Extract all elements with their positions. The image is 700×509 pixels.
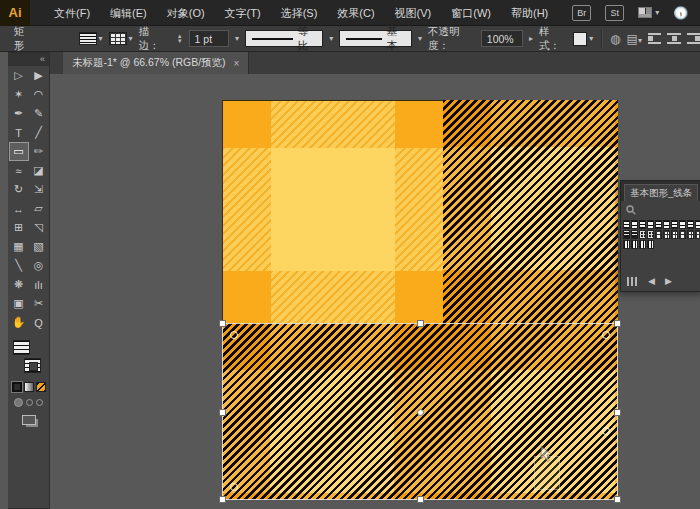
stroke-indicator[interactable] [24, 358, 41, 373]
stock-button[interactable]: St [605, 5, 624, 21]
width-tool[interactable]: ↔ [9, 199, 29, 218]
menu-item[interactable]: 编辑(E) [100, 0, 157, 26]
free-transform-tool[interactable]: ▱ [29, 199, 49, 218]
chevron-down-icon[interactable]: ▾ [418, 34, 422, 43]
pattern-swatch-hl-med[interactable] [679, 220, 686, 229]
pattern-swatch-hl-fine[interactable] [639, 220, 646, 229]
pattern-swatch-hl-med[interactable] [663, 220, 670, 229]
color-button[interactable] [12, 382, 22, 392]
hand-tool[interactable]: ✋ [9, 313, 29, 332]
chevron-right-icon[interactable]: ▸ [529, 34, 533, 43]
fill-stroke-indicator[interactable] [8, 336, 49, 380]
pattern-swatch-dk-h[interactable] [631, 230, 638, 239]
plaid-square[interactable] [222, 100, 443, 323]
panel-collapse-button[interactable]: « [8, 53, 49, 66]
chevron-down-icon[interactable]: ▾ [235, 34, 239, 43]
none-button[interactable] [36, 382, 46, 392]
shape-builder-tool[interactable]: ⊞ [9, 218, 29, 237]
eyedropper-tool[interactable]: ╲ [9, 256, 29, 275]
pattern-swatch-hl-med[interactable] [695, 220, 700, 229]
menu-item[interactable]: 对象(O) [157, 0, 215, 26]
draw-normal-icon[interactable] [14, 398, 23, 407]
symbol-sprayer-tool[interactable]: ❋ [9, 275, 29, 294]
pattern-swatch-hl-fine[interactable] [687, 220, 694, 229]
rotate-tool[interactable]: ↻ [9, 180, 29, 199]
pattern-swatch-vl[interactable] [623, 240, 630, 249]
gradient-tool[interactable]: ▧ [29, 237, 49, 256]
width-profile-dropdown[interactable]: 等比 [245, 30, 323, 47]
pattern-swatch-dk-chk[interactable] [647, 230, 654, 239]
pattern-swatch-hl-fine[interactable] [671, 220, 678, 229]
menu-item[interactable]: 帮助(H) [501, 0, 558, 26]
slice-tool[interactable]: ✂ [29, 294, 49, 313]
document-tab[interactable]: 未标题-1* @ 66.67% (RGB/预览) × [63, 52, 249, 74]
stroke-weight-stepper[interactable]: ▲▼ [177, 34, 183, 44]
pen-tool[interactable]: ✒ [9, 104, 29, 123]
zoom-tool[interactable]: Q [29, 313, 49, 332]
bridge-button[interactable]: Br [572, 5, 591, 21]
align-left-icon[interactable] [648, 33, 661, 44]
style-dropdown[interactable]: ▾ [573, 32, 593, 46]
menu-item[interactable]: 文件(F) [44, 0, 100, 26]
panel-tab[interactable]: 基本图形_线条 [624, 184, 698, 201]
workspace-switcher[interactable]: ▾ [638, 7, 659, 18]
opacity-field[interactable]: 100% [481, 30, 523, 47]
rectangle-tool[interactable]: ▭ [9, 142, 29, 161]
column-graph-tool[interactable]: ılı [29, 275, 49, 294]
menu-item[interactable]: 选择(S) [271, 0, 328, 26]
paintbrush-tool[interactable]: ✏ [29, 142, 49, 161]
pattern-swatch-hl-fine[interactable] [655, 220, 662, 229]
previous-library-icon[interactable]: ◀ [648, 276, 655, 286]
pattern-swatch-chk[interactable] [687, 230, 694, 239]
eraser-tool[interactable]: ◪ [29, 161, 49, 180]
pattern-swatch-chk[interactable] [655, 230, 662, 239]
document-preferences-icon[interactable]: ▤▾ [627, 32, 642, 46]
pattern-swatch-vl[interactable] [631, 240, 638, 249]
pattern-swatch-hl-fine[interactable] [623, 220, 630, 229]
screen-mode-icon[interactable] [22, 415, 36, 425]
blend-tool[interactable]: ◎ [29, 256, 49, 275]
document-setup-icon[interactable]: ◍ [610, 32, 620, 46]
pattern-swatch-vl[interactable] [639, 240, 646, 249]
draw-behind-icon[interactable] [26, 399, 33, 406]
pencil-tool[interactable]: ≈ [9, 161, 29, 180]
chevron-down-icon[interactable]: ▾ [329, 34, 333, 43]
brush-definition-dropdown[interactable]: 基本 [339, 30, 412, 47]
canvas-artwork[interactable] [222, 100, 618, 500]
mesh-tool[interactable]: ▦ [9, 237, 29, 256]
type-tool[interactable]: T [9, 123, 29, 142]
pattern-swatch-chk[interactable] [663, 230, 670, 239]
pattern-swatch-chk[interactable] [671, 230, 678, 239]
menu-item[interactable]: 窗口(W) [441, 0, 501, 26]
curvature-tool[interactable]: ✎ [29, 104, 49, 123]
cs-live-icon[interactable]: 🕠 [673, 6, 688, 20]
scale-tool[interactable]: ⇲ [29, 180, 49, 199]
selection-tool[interactable]: ▶ [29, 66, 49, 85]
pattern-swatch-hl-med[interactable] [631, 220, 638, 229]
magic-wand-tool[interactable]: ✶ [9, 85, 29, 104]
striped-rectangle-top[interactable] [443, 100, 618, 323]
direct-selection-tool[interactable]: ▷ [9, 66, 29, 85]
align-right-icon[interactable] [687, 33, 700, 44]
pattern-swatch-vl[interactable] [647, 240, 654, 249]
stroke-weight-field[interactable]: 1 pt [189, 30, 230, 47]
perspective-grid-tool[interactable]: ◹ [29, 218, 49, 237]
pattern-swatch-dk-chk[interactable] [639, 230, 646, 239]
line-segment-tool[interactable]: ╱ [29, 123, 49, 142]
draw-inside-icon[interactable] [36, 399, 43, 406]
close-icon[interactable]: × [234, 58, 240, 69]
artboard-tool[interactable]: ▣ [9, 294, 29, 313]
gradient-button[interactable] [24, 382, 34, 392]
search-row[interactable] [621, 201, 700, 218]
menu-item[interactable]: 文字(T) [215, 0, 271, 26]
pattern-swatch-hl-med[interactable] [647, 220, 654, 229]
stroke-pattern-dropdown[interactable]: ▾ [109, 32, 133, 45]
menu-item[interactable]: 效果(C) [327, 0, 384, 26]
lasso-tool[interactable]: ◠ [29, 85, 49, 104]
library-menu-icon[interactable] [627, 277, 638, 286]
fill-indicator[interactable] [13, 340, 30, 355]
pattern-swatch-chk[interactable] [679, 230, 686, 239]
menu-item[interactable]: 视图(V) [385, 0, 442, 26]
align-center-icon[interactable] [667, 33, 680, 44]
pattern-swatch-chk[interactable] [695, 230, 700, 239]
